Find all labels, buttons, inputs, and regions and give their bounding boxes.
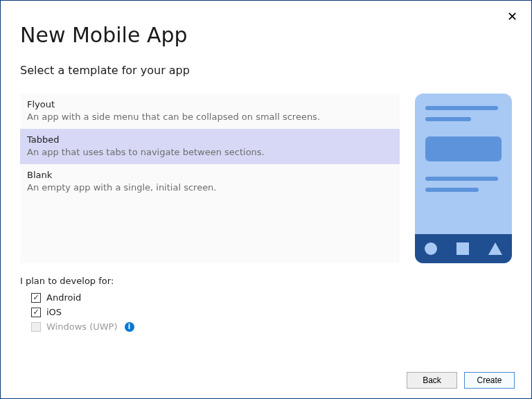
preview-line xyxy=(425,188,479,192)
dialog-title: New Mobile App xyxy=(20,23,512,47)
preview-block xyxy=(425,136,502,161)
target-row-windows-uwp-: Windows (UWP)i xyxy=(20,319,512,334)
preview-line xyxy=(425,117,471,121)
dialog-footer: Back Create xyxy=(407,372,515,389)
phone-preview-body xyxy=(415,94,512,234)
tab-circle-icon xyxy=(425,242,437,255)
checkbox-label: Windows (UWP) xyxy=(46,321,118,332)
phone-tabbar xyxy=(415,234,512,263)
dialog-subtitle: Select a template for your app xyxy=(20,64,512,77)
checkbox-label: iOS xyxy=(46,307,62,317)
target-row-ios: ✓iOS xyxy=(20,305,512,319)
plan-label: I plan to develop for: xyxy=(20,276,512,286)
checkbox xyxy=(31,322,41,332)
template-list[interactable]: FlyoutAn app with a side menu that can b… xyxy=(20,94,400,263)
preview-line xyxy=(425,177,498,181)
plan-section: I plan to develop for: ✓Android✓iOSWindo… xyxy=(20,276,512,334)
checkbox[interactable]: ✓ xyxy=(31,293,41,303)
info-icon[interactable]: i xyxy=(125,322,134,332)
dialog-window: ✕ New Mobile App Select a template for y… xyxy=(0,0,532,399)
template-desc: An app with a side menu that can be coll… xyxy=(27,112,393,122)
content-row: FlyoutAn app with a side menu that can b… xyxy=(20,94,512,263)
close-button[interactable]: ✕ xyxy=(503,8,522,26)
create-button[interactable]: Create xyxy=(464,372,515,389)
template-item-tabbed[interactable]: TabbedAn app that uses tabs to navigate … xyxy=(20,129,400,164)
template-item-blank[interactable]: BlankAn empty app with a single, initial… xyxy=(20,164,400,200)
phone-preview xyxy=(415,94,512,263)
template-name: Tabbed xyxy=(27,134,393,145)
tab-square-icon xyxy=(456,242,469,255)
template-desc: An empty app with a single, initial scre… xyxy=(27,182,393,193)
back-button[interactable]: Back xyxy=(407,372,457,389)
tab-triangle-icon xyxy=(488,242,502,255)
target-row-android: ✓Android xyxy=(20,290,512,305)
template-name: Blank xyxy=(27,170,393,180)
checkbox-label: Android xyxy=(46,292,81,303)
template-name: Flyout xyxy=(27,99,393,109)
template-item-flyout[interactable]: FlyoutAn app with a side menu that can b… xyxy=(20,94,400,129)
template-desc: An app that uses tabs to navigate betwee… xyxy=(27,147,393,157)
preview-line xyxy=(425,106,498,110)
checkbox[interactable]: ✓ xyxy=(31,308,41,317)
